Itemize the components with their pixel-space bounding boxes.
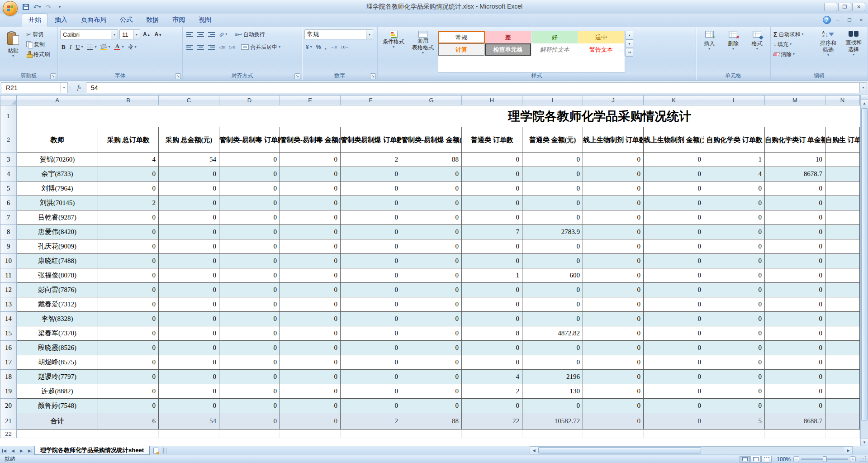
cell-A16[interactable]: 段晓霞(8526) <box>17 341 98 355</box>
cell-B19[interactable]: 0 <box>98 384 159 399</box>
row-header-11[interactable]: 11 <box>0 268 17 283</box>
cell-I22[interactable] <box>522 430 583 438</box>
fill-button[interactable]: ↓填充▾ <box>772 39 816 49</box>
row-header-18[interactable]: 18 <box>0 370 17 384</box>
align-right-button[interactable] <box>207 42 216 52</box>
cell-N5[interactable] <box>825 181 860 196</box>
conditional-formatting-button[interactable]: 条件格式 ▾ <box>379 29 408 72</box>
cell-E12[interactable]: 0 <box>280 283 341 297</box>
currency-button[interactable]: ¥▾ <box>304 42 313 52</box>
row-header-20[interactable]: 20 <box>0 399 17 413</box>
number-dialog-launcher[interactable]: ↘ <box>370 73 376 79</box>
cell-H14[interactable]: 0 <box>462 312 522 326</box>
cell-E3[interactable]: 0 <box>280 153 341 167</box>
cell-H13[interactable]: 0 <box>462 297 522 312</box>
cell-D17[interactable]: 0 <box>219 355 280 370</box>
cell-C12[interactable]: 0 <box>159 283 219 297</box>
cell-H7[interactable]: 0 <box>462 210 522 225</box>
row-header-12[interactable]: 12 <box>0 283 17 297</box>
cell-E20[interactable]: 0 <box>280 399 341 413</box>
font-color-button[interactable]: A▾ <box>113 42 125 52</box>
cell-A22[interactable] <box>17 430 98 438</box>
cell-M9[interactable]: 0 <box>765 239 825 254</box>
copy-button[interactable]: 复制 <box>25 39 51 49</box>
cell-D10[interactable]: 0 <box>219 254 280 268</box>
horizontal-scrollbar[interactable]: ◀ ▶ <box>530 446 853 454</box>
cell-M21[interactable]: 8688.7 <box>765 413 825 430</box>
cell-F9[interactable]: 0 <box>341 239 401 254</box>
cell-L6[interactable]: 0 <box>704 196 765 210</box>
cell-J11[interactable]: 0 <box>583 268 644 283</box>
cell-C11[interactable]: 0 <box>159 268 219 283</box>
fill-color-button[interactable]: ▾ <box>99 42 111 52</box>
italic-button[interactable]: I <box>68 42 73 52</box>
cell-J9[interactable]: 0 <box>583 239 644 254</box>
cell-K16[interactable]: 0 <box>644 341 704 355</box>
cell-G10[interactable]: 0 <box>401 254 462 268</box>
row-header-10[interactable]: 10 <box>0 254 17 268</box>
gallery-down-button[interactable]: ▼ <box>626 39 633 48</box>
cell-F17[interactable]: 0 <box>341 355 401 370</box>
scroll-up-button[interactable]: ▲ <box>861 100 868 107</box>
sheet-tab-active[interactable]: 理学院各教师化学品采购情况统计sheet <box>34 446 150 455</box>
cell-J17[interactable]: 0 <box>583 355 644 370</box>
cell-A12[interactable]: 彭向雷(7876) <box>17 283 98 297</box>
cell-J16[interactable]: 0 <box>583 341 644 355</box>
formula-input[interactable]: 54 <box>86 82 859 93</box>
cell-D6[interactable]: 0 <box>219 196 280 210</box>
row-header-3[interactable]: 3 <box>0 153 17 167</box>
column-header-N[interactable]: N <box>825 95 860 105</box>
cell-A20[interactable]: 颜鲁婷(7548) <box>17 399 98 413</box>
cell-G22[interactable] <box>401 430 462 438</box>
save-button[interactable] <box>21 2 31 11</box>
column-header-E[interactable]: E <box>280 95 341 105</box>
cell-style-8[interactable]: 警告文本 <box>578 43 625 56</box>
header-cell-A2[interactable]: 教师 <box>17 127 98 153</box>
cell-G19[interactable]: 0 <box>401 384 462 399</box>
cell-C8[interactable]: 0 <box>159 225 219 239</box>
row-header-2[interactable]: 2 <box>0 127 17 153</box>
cell-I14[interactable]: 0 <box>522 312 583 326</box>
format-painter-button[interactable]: 格式刷 <box>25 49 51 59</box>
cell-C18[interactable]: 0 <box>159 370 219 384</box>
vertical-split-box[interactable] <box>861 95 868 100</box>
cell-G5[interactable]: 0 <box>401 181 462 196</box>
cell-B3[interactable]: 4 <box>98 153 159 167</box>
cell-B6[interactable]: 2 <box>98 196 159 210</box>
header-cell-N2[interactable]: 自购生 订单 <box>825 127 860 153</box>
cell-H20[interactable]: 0 <box>462 399 522 413</box>
cell-B5[interactable]: 0 <box>98 181 159 196</box>
cell-N11[interactable] <box>825 268 860 283</box>
cell-C19[interactable]: 0 <box>159 384 219 399</box>
cell-A14[interactable]: 李智(8328) <box>17 312 98 326</box>
align-bottom-button[interactable] <box>207 29 216 39</box>
cell-E16[interactable]: 0 <box>280 341 341 355</box>
gallery-more-button[interactable]: ≡▾ <box>626 48 633 57</box>
cell-F11[interactable]: 0 <box>341 268 401 283</box>
cell-K11[interactable]: 0 <box>644 268 704 283</box>
cell-C16[interactable]: 0 <box>159 341 219 355</box>
cell-M3[interactable]: 10 <box>765 153 825 167</box>
paste-button[interactable]: 粘贴 ▾ <box>1 29 25 59</box>
row-header-14[interactable]: 14 <box>0 312 17 326</box>
cell-M7[interactable]: 0 <box>765 210 825 225</box>
cell-A21[interactable]: 合计 <box>17 413 98 430</box>
row-header-4[interactable]: 4 <box>0 167 17 181</box>
column-header-D[interactable]: D <box>219 95 280 105</box>
vertical-scroll-thumb[interactable] <box>861 108 868 420</box>
workbook-restore-button[interactable]: ❐ <box>844 16 854 24</box>
cell-G4[interactable]: 0 <box>401 167 462 181</box>
find-select-button[interactable]: 查找和 选择 ▾ <box>841 29 866 72</box>
cell-A7[interactable]: 吕乾睿(9287) <box>17 210 98 225</box>
scroll-right-button[interactable]: ▶ <box>844 447 852 454</box>
cell-K22[interactable] <box>644 430 704 438</box>
cell-C20[interactable]: 0 <box>159 399 219 413</box>
cell-H6[interactable]: 0 <box>462 196 522 210</box>
cell-L13[interactable]: 0 <box>704 297 765 312</box>
cell-B17[interactable]: 0 <box>98 355 159 370</box>
minimize-button[interactable]: ─ <box>824 3 837 11</box>
wrap-text-button[interactable]: ≡↩自动换行 <box>233 29 266 39</box>
column-header-I[interactable]: I <box>522 95 583 105</box>
cell-I3[interactable]: 0 <box>522 153 583 167</box>
cell-F18[interactable]: 0 <box>341 370 401 384</box>
